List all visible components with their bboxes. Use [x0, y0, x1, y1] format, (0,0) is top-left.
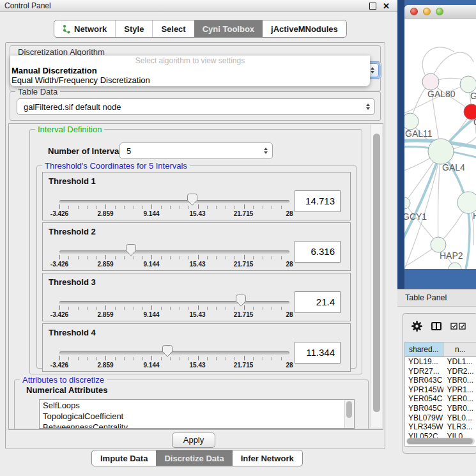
- table-cell[interactable]: YBR045C: [405, 404, 443, 413]
- numerical-attributes-list: SelfLoopsTopologicalCoefficientBetweenne…: [40, 400, 354, 429]
- tab-jactivemnodules-label: jActiveMNodules: [271, 24, 338, 34]
- table-row[interactable]: YPR145WYPR1...: [405, 385, 476, 395]
- tick-label: 2.859: [97, 311, 113, 318]
- table-cell[interactable]: YBL079W: [405, 413, 443, 423]
- split-view-icon[interactable]: [431, 322, 441, 330]
- network-view-window[interactable]: GAL80GACGAL11GAL4GCY1HHAP2: [404, 5, 476, 269]
- slider-thumb[interactable]: [236, 295, 246, 307]
- numerical-attributes-listbox[interactable]: SelfLoopsTopologicalCoefficientBetweenne…: [39, 399, 355, 429]
- table-cell[interactable]: YER0...: [443, 394, 476, 404]
- close-icon[interactable]: ✕: [383, 3, 390, 9]
- apply-button[interactable]: Apply: [172, 433, 215, 448]
- checkbox-checked-icon[interactable]: [450, 323, 457, 330]
- table-row[interactable]: YBR043CYBR0...: [405, 376, 476, 385]
- tick-label: -3.426: [50, 311, 68, 318]
- threshold-value-box[interactable]: 11.344: [295, 342, 341, 364]
- column-header-shared-name[interactable]: shared...: [405, 342, 443, 357]
- table-cell[interactable]: YBR043C: [405, 376, 443, 385]
- slider-track[interactable]: [59, 351, 289, 355]
- tab-cyni-toolbox[interactable]: Cyni Toolbox: [194, 20, 263, 37]
- tick-label: 21.715: [234, 210, 254, 217]
- settings-scrollbar-thumb[interactable]: [373, 134, 380, 412]
- table-cell[interactable]: YLR345W: [405, 422, 443, 432]
- window-close-button[interactable]: [410, 8, 418, 15]
- table-cell[interactable]: YER054C: [405, 394, 443, 404]
- table-cell[interactable]: YBR0...: [443, 404, 476, 413]
- table-cell[interactable]: YDR27...: [405, 367, 443, 376]
- attributes-list-scrollbar-thumb[interactable]: [346, 401, 352, 418]
- table-data-combobox[interactable]: galFiltered.sif default node: [17, 98, 375, 115]
- tab-select[interactable]: Select: [152, 20, 194, 37]
- settings-scrollpane: Interval Definition Number of Intervals …: [8, 123, 383, 430]
- tab-infer-network[interactable]: Infer Network: [233, 450, 302, 466]
- table-cell[interactable]: YDL19...: [405, 357, 443, 367]
- table-scrollbar-thumb[interactable]: [407, 438, 473, 444]
- algorithm-option-manual[interactable]: Manual Discretization: [10, 66, 370, 75]
- tab-discretize-data[interactable]: Discretize Data: [156, 450, 232, 466]
- slider-track[interactable]: [59, 200, 289, 203]
- threshold-slider[interactable]: -3.4262.8599.14415.4321.71528: [59, 345, 289, 369]
- network-graph[interactable]: GAL80GACGAL11GAL4GCY1HHAP2: [404, 19, 476, 269]
- threshold-value-box[interactable]: 21.4: [295, 291, 341, 313]
- attributes-list-scrollbar[interactable]: [344, 400, 354, 428]
- table-row[interactable]: YDL19...YDL1...: [405, 357, 476, 367]
- table-cell[interactable]: YPR145W: [405, 385, 443, 395]
- tab-network[interactable]: Network: [54, 20, 115, 37]
- control-panel-title: Control Panel: [4, 1, 51, 10]
- node-label: GAL80: [427, 89, 456, 99]
- table-cell[interactable]: YPR1...: [443, 385, 476, 395]
- attribute-item[interactable]: TopologicalCoefficient: [40, 411, 354, 422]
- table-row[interactable]: YER054CYER0...: [405, 394, 476, 404]
- attribute-item[interactable]: SelfLoops: [40, 400, 354, 411]
- column-header-name[interactable]: n...: [443, 342, 476, 357]
- table-cell[interactable]: YDL1...: [443, 357, 476, 367]
- threshold-slider[interactable]: -3.4262.8599.14415.4321.71528: [59, 295, 289, 319]
- tab-jactivemnodules[interactable]: jActiveMNodules: [263, 20, 346, 37]
- checkbox-checked-icon[interactable]: [459, 323, 466, 330]
- table-row[interactable]: YDR27...YDR2...: [405, 367, 476, 376]
- table-row[interactable]: YBL079WYBL0...: [405, 413, 476, 423]
- tab-network-label: Network: [74, 24, 107, 34]
- slider-major-ticks: [59, 305, 290, 310]
- control-panel-titlebar: Control Panel ✕: [0, 0, 397, 12]
- window-minimize-button[interactable]: [423, 8, 431, 15]
- threshold-value-box[interactable]: 6.316: [295, 241, 341, 263]
- network-node[interactable]: [428, 139, 454, 164]
- network-node[interactable]: [422, 73, 439, 90]
- threshold-value-box[interactable]: 14.713: [295, 190, 341, 212]
- table-cell[interactable]: YDR2...: [443, 367, 476, 376]
- chevron-down-icon: [371, 71, 374, 73]
- table-cell[interactable]: YLR3...: [443, 422, 476, 432]
- network-node[interactable]: [449, 263, 461, 269]
- gear-icon[interactable]: [411, 321, 422, 332]
- table-cell[interactable]: YBR0...: [443, 376, 476, 385]
- attribute-item[interactable]: BetweennessCentrality: [40, 422, 354, 429]
- network-node[interactable]: [404, 113, 418, 130]
- tick-label: 15.43: [189, 210, 205, 217]
- table-horizontal-scrollbar[interactable]: [406, 438, 475, 445]
- threshold-slider[interactable]: -3.4262.8599.14415.4321.71528: [59, 194, 289, 218]
- table-row[interactable]: YBR045CYBR0...: [405, 404, 476, 413]
- slider-track[interactable]: [59, 301, 289, 304]
- window-zoom-button[interactable]: [436, 8, 443, 15]
- algorithm-dropdown-popup: Select algorithm to view settings Manual…: [10, 56, 370, 86]
- tab-style[interactable]: Style: [115, 20, 152, 37]
- slider-thumb[interactable]: [126, 244, 136, 256]
- threshold-slider[interactable]: -3.4262.8599.14415.4321.71528: [59, 244, 289, 268]
- number-of-intervals-combobox[interactable]: 5: [119, 142, 273, 159]
- float-window-icon[interactable]: [369, 3, 376, 10]
- slider-thumb[interactable]: [162, 345, 173, 357]
- tick-label: -3.426: [50, 210, 68, 217]
- slider-track[interactable]: [59, 250, 289, 254]
- combobox-arrows-icon: [366, 104, 370, 110]
- network-node[interactable]: [457, 192, 476, 213]
- table-cell[interactable]: YBL0...: [443, 413, 476, 423]
- slider-thumb[interactable]: [187, 194, 197, 206]
- network-node[interactable]: [404, 197, 410, 209]
- table-row[interactable]: YLR345WYLR3...: [405, 422, 476, 432]
- settings-vertical-scrollbar[interactable]: [371, 125, 382, 427]
- tab-cyni-toolbox-label: Cyni Toolbox: [203, 24, 254, 34]
- algorithm-option-equal-width[interactable]: Equal Width/Frequency Discretization: [10, 75, 370, 85]
- tab-impute-data-label: Impute Data: [100, 454, 148, 463]
- tab-impute-data[interactable]: Impute Data: [92, 450, 156, 466]
